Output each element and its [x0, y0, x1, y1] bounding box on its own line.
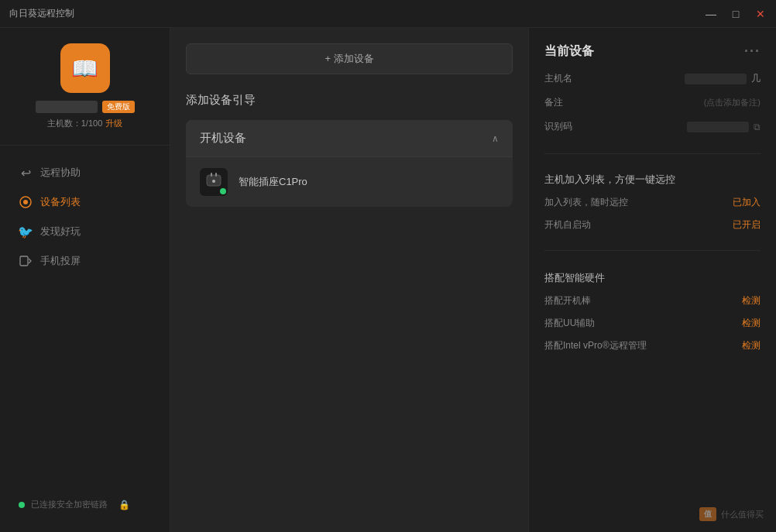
- category-header[interactable]: 开机设备 ∧: [186, 120, 513, 156]
- close-button[interactable]: ✕: [754, 8, 767, 20]
- id-code-row: 识别码 ⧉: [544, 120, 761, 133]
- device-item[interactable]: 智能插座C1Pro: [186, 156, 513, 207]
- sidebar-item-label: 远程协助: [40, 166, 81, 180]
- copy-icon[interactable]: ⧉: [754, 122, 761, 132]
- discover-icon: 🐦: [19, 225, 33, 239]
- sidebar-item-label: 发现好玩: [40, 225, 81, 239]
- dots-menu-button[interactable]: ···: [744, 43, 761, 60]
- app-logo: 📖: [71, 56, 98, 81]
- uu-assist-row: 搭配UU辅助 检测: [544, 317, 761, 330]
- device-list-icon: [19, 195, 33, 209]
- panel-title-row: 当前设备 ···: [544, 43, 761, 60]
- user-name-row: 免费版: [36, 101, 135, 113]
- uu-assist-value[interactable]: 检测: [742, 317, 761, 330]
- device-name-label: 智能插座C1Pro: [239, 175, 307, 189]
- phone-screen-icon: [19, 254, 33, 268]
- join-list-value[interactable]: 已加入: [733, 196, 761, 209]
- sidebar-nav: ↩ 远程协助 设备列表 🐦 发现好玩: [0, 146, 170, 489]
- panel-title: 当前设备: [544, 43, 594, 60]
- online-status-dot: [220, 188, 226, 194]
- watermark-badge: 值: [699, 507, 716, 521]
- note-label: 备注: [544, 96, 563, 109]
- watermark: 值 什么值得买: [699, 507, 764, 521]
- title-bar: 向日葵远程控制 — □ ✕: [0, 0, 776, 28]
- divider-1: [544, 153, 761, 154]
- guide-title: 添加设备引导: [186, 93, 513, 108]
- app-title: 向日葵远程控制: [9, 7, 705, 20]
- boot-stick-row: 搭配开机棒 检测: [544, 294, 761, 307]
- join-list-label: 加入列表，随时远控: [544, 196, 628, 209]
- svg-rect-4: [211, 173, 212, 177]
- hostname-label: 主机名: [544, 72, 572, 85]
- free-badge: 免费版: [102, 101, 135, 113]
- host-count-label: 主机数：1/100: [47, 118, 103, 129]
- svg-rect-5: [215, 173, 217, 177]
- uu-assist-label: 搭配UU辅助: [544, 317, 595, 330]
- right-panel: 当前设备 ··· 主机名 几 备注 (点击添加备注) 识别码 ⧉ 主机加入列表: [528, 28, 776, 532]
- id-code-value: ⧉: [687, 122, 761, 132]
- sidebar: 📖 免费版 主机数：1/100 升级 ↩ 远程协助: [0, 28, 170, 532]
- svg-rect-2: [20, 256, 28, 266]
- autostart-row: 开机自启动 已开启: [544, 218, 761, 232]
- id-code-blurred: [687, 122, 749, 132]
- autostart-label: 开机自启动: [544, 218, 591, 232]
- autostart-value[interactable]: 已开启: [733, 218, 761, 232]
- app-container: 📖 免费版 主机数：1/100 升级 ↩ 远程协助: [0, 28, 776, 532]
- join-list-row: 加入列表，随时远控 已加入: [544, 196, 761, 209]
- hostname-value: 几: [685, 72, 761, 85]
- sidebar-profile: 📖 免费版 主机数：1/100 升级: [0, 43, 170, 146]
- svg-point-6: [212, 180, 215, 183]
- sidebar-item-discover[interactable]: 🐦 发现好玩: [0, 217, 170, 246]
- device-category: 开机设备 ∧: [186, 120, 513, 207]
- chevron-up-icon: ∧: [492, 133, 499, 144]
- note-row[interactable]: 备注 (点击添加备注): [544, 96, 761, 109]
- id-code-label: 识别码: [544, 120, 572, 133]
- note-placeholder: (点击添加备注): [704, 97, 761, 108]
- sidebar-item-label: 设备列表: [40, 195, 81, 209]
- divider-2: [544, 250, 761, 251]
- username-display: [36, 101, 98, 113]
- connection-status-text: 已连接安全加密链路: [31, 499, 108, 510]
- watermark-text: 什么值得买: [721, 509, 764, 520]
- boot-stick-value[interactable]: 检测: [742, 294, 761, 307]
- add-device-button[interactable]: + 添加设备: [186, 43, 513, 74]
- window-controls: — □ ✕: [705, 8, 767, 20]
- intel-vpro-label: 搭配Intel vPro®远程管理: [544, 339, 647, 352]
- sidebar-item-label: 手机投屏: [40, 254, 81, 268]
- main-content: + 添加设备 添加设备引导 开机设备 ∧: [170, 28, 528, 532]
- lock-icon: 🔒: [118, 499, 130, 510]
- svg-point-1: [23, 200, 28, 204]
- intel-vpro-value[interactable]: 检测: [742, 339, 761, 352]
- hostname-suffix: 几: [751, 72, 761, 85]
- hostname-row: 主机名 几: [544, 72, 761, 85]
- maximize-button[interactable]: □: [730, 8, 742, 20]
- minimize-button[interactable]: —: [705, 8, 717, 20]
- sidebar-item-remote-assist[interactable]: ↩ 远程协助: [0, 158, 170, 187]
- hardware-section-title: 搭配智能硬件: [544, 271, 761, 285]
- sidebar-item-device-list[interactable]: 设备列表: [0, 187, 170, 217]
- list-section-title: 主机加入列表，方便一键远控: [544, 173, 761, 187]
- remote-assist-icon: ↩: [19, 166, 33, 180]
- upgrade-link[interactable]: 升级: [105, 118, 122, 129]
- hostname-blurred: [685, 74, 747, 84]
- intel-vpro-row: 搭配Intel vPro®远程管理 检测: [544, 339, 761, 352]
- sidebar-item-phone-screen[interactable]: 手机投屏: [0, 246, 170, 276]
- boot-stick-label: 搭配开机棒: [544, 294, 591, 307]
- app-icon: 📖: [60, 43, 110, 93]
- category-name: 开机设备: [200, 131, 246, 146]
- device-thumb-wrapper: [200, 168, 228, 196]
- sidebar-bottom: 已连接安全加密链路 🔒: [0, 489, 170, 520]
- connection-status-dot: [19, 502, 25, 508]
